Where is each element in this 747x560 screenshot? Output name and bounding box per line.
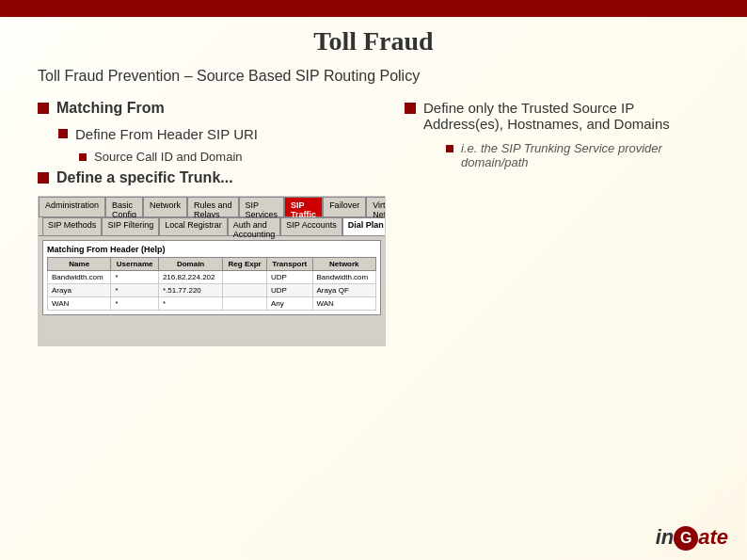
tab-rules-relays[interactable]: Rules andRelays <box>187 197 239 216</box>
subtab-accounts[interactable]: SIP Accounts <box>280 217 342 235</box>
sub-bullet-label-1: Define From Header SIP URI <box>75 126 258 142</box>
right-bullet-label: Define only the Trusted Source IP Addres… <box>423 100 709 132</box>
cell-network-3: WAN <box>312 297 375 311</box>
bullet-define-trunk: Define a specific Trunk... <box>38 169 386 186</box>
table-row: Araya * *.51.77.220 UDP Araya QF <box>48 284 376 297</box>
cell-domain-1: 216.82.224.202 <box>158 271 222 284</box>
bullet-matching-from: Matching From <box>38 100 386 117</box>
right-column: Define only the Trusted Source IP Addres… <box>405 100 709 346</box>
bullet-icon-1 <box>38 103 49 114</box>
subtab-auth[interactable]: Auth andAccounting <box>228 217 281 235</box>
logo-gate-text: ate <box>698 525 728 549</box>
col-domain: Domain <box>158 258 222 271</box>
nav-tabs-top: Administration BasicConfig Network Rules… <box>39 197 385 217</box>
logo-circle: G <box>674 526 698 551</box>
cell-transport-2: UDP <box>266 284 312 297</box>
bullet-label-2: Define a specific Trunk... <box>56 169 233 186</box>
tab-vpn[interactable]: Virtual PrivateNetworks <box>366 197 386 216</box>
matching-from-table: Name Username Domain Reg Expr Transport … <box>47 257 376 311</box>
right-sub-bullet-1: i.e. the SIP Trunking Service provider d… <box>446 141 709 169</box>
right-sub-bullet-icon <box>446 145 453 152</box>
ui-screenshot: Administration BasicConfig Network Rules… <box>38 196 386 346</box>
right-bullet-icon <box>405 103 416 114</box>
cell-network-2: Araya QF <box>312 284 375 297</box>
table-row: WAN * * Any WAN <box>48 297 376 311</box>
tab-failover[interactable]: Failover <box>323 197 366 216</box>
cell-reg-1 <box>223 271 267 284</box>
cell-transport-1: UDP <box>266 271 312 284</box>
cell-domain-2: *.51.77.220 <box>158 284 222 297</box>
logo-in-text: in <box>656 525 675 549</box>
cell-reg-2 <box>223 284 267 297</box>
ingate-logo: inGate <box>656 525 728 551</box>
subtab-sip-methods[interactable]: SIP Methods <box>42 217 102 235</box>
subtab-dial-plan[interactable]: Dial Plan <box>342 217 386 235</box>
cell-name-2: Araya <box>48 284 111 297</box>
cell-name-3: WAN <box>48 297 111 311</box>
col-name: Name <box>48 258 111 271</box>
cell-user-2: * <box>111 284 158 297</box>
tab-sip-traffic[interactable]: SIPTraffic <box>284 197 323 216</box>
top-bar <box>0 0 747 17</box>
cell-user-3: * <box>111 297 158 311</box>
page-title: Toll Fraud <box>38 26 709 56</box>
cell-reg-3 <box>223 297 267 311</box>
sub-sub-bullet-source: Source Call ID and Domain <box>79 150 386 164</box>
cell-transport-3: Any <box>266 297 312 311</box>
cell-name-1: Bandwidth.com <box>48 271 111 284</box>
subtab-filtering[interactable]: SIP Filtering <box>102 217 159 235</box>
col-network: Network <box>312 258 375 271</box>
right-bullet-1: Define only the Trusted Source IP Addres… <box>405 100 709 132</box>
table-row: Bandwidth.com * 216.82.224.202 UDP Bandw… <box>48 271 376 284</box>
sub-bullet-icon-1 <box>58 129 68 138</box>
cell-network-1: Bandwidth.com <box>312 271 375 284</box>
tab-network[interactable]: Network <box>143 197 187 216</box>
cell-domain-3: * <box>158 297 222 311</box>
nav-tabs-sub: SIP Methods SIP Filtering Local Registra… <box>39 217 385 236</box>
bullet-icon-2 <box>38 172 49 184</box>
col-username: Username <box>111 258 158 271</box>
panel-title: Matching From Header (Help) <box>47 245 376 254</box>
sub-sub-bullet-label-1: Source Call ID and Domain <box>94 150 243 164</box>
tab-administration[interactable]: Administration <box>39 197 105 216</box>
cell-user-1: * <box>111 271 158 284</box>
sub-sub-bullet-icon-1 <box>79 153 87 161</box>
subtab-local-reg[interactable]: Local Registrar <box>159 217 228 235</box>
col-reg-expr: Reg Expr <box>223 258 267 271</box>
tab-sip-services[interactable]: SIPServices <box>239 197 285 216</box>
sub-bullet-define-from: Define From Header SIP URI <box>58 126 386 142</box>
right-sub-bullet-label: i.e. the SIP Trunking Service provider d… <box>461 141 709 169</box>
tab-basic-config[interactable]: BasicConfig <box>105 197 143 216</box>
left-column: Matching From Define From Header SIP URI… <box>38 100 386 346</box>
col-transport: Transport <box>266 258 312 271</box>
subtitle: Toll Fraud Prevention – Source Based SIP… <box>38 68 709 85</box>
panel-content: Matching From Header (Help) Name Usernam… <box>42 240 381 315</box>
bullet-label-1: Matching From <box>56 100 165 117</box>
